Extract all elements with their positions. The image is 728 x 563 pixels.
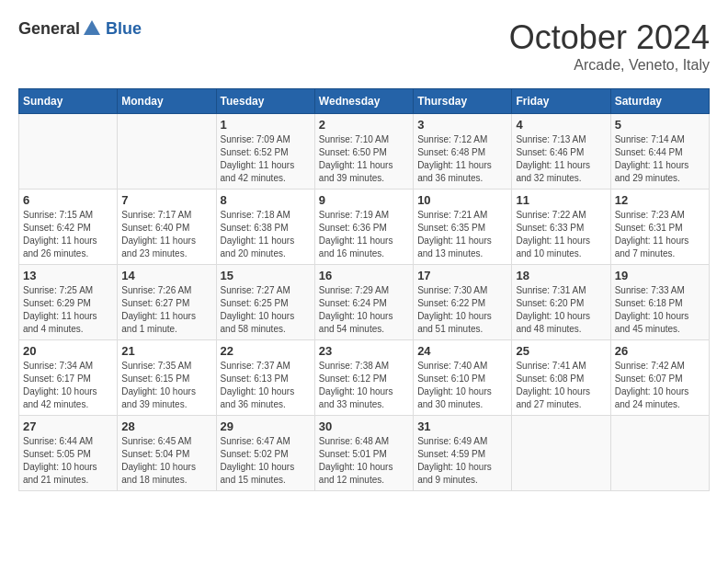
day-info: Sunrise: 6:48 AMSunset: 5:01 PMDaylight:… bbox=[319, 435, 409, 487]
calendar-day-cell: 29Sunrise: 6:47 AMSunset: 5:02 PMDayligh… bbox=[216, 416, 314, 491]
calendar-week-row: 27Sunrise: 6:44 AMSunset: 5:05 PMDayligh… bbox=[19, 416, 710, 491]
day-number: 8 bbox=[221, 193, 311, 207]
day-info: Sunrise: 7:13 AMSunset: 6:46 PMDaylight:… bbox=[516, 133, 606, 185]
day-number: 19 bbox=[615, 269, 705, 282]
day-info: Sunrise: 6:44 AMSunset: 5:05 PMDaylight:… bbox=[23, 435, 113, 487]
day-number: 1 bbox=[221, 118, 311, 132]
day-info: Sunrise: 7:38 AMSunset: 6:12 PMDaylight:… bbox=[319, 360, 409, 411]
day-info: Sunrise: 7:14 AMSunset: 6:44 PMDaylight:… bbox=[615, 133, 705, 185]
day-info: Sunrise: 7:37 AMSunset: 6:13 PMDaylight:… bbox=[221, 360, 311, 411]
day-info: Sunrise: 7:34 AMSunset: 6:17 PMDaylight:… bbox=[23, 360, 113, 411]
calendar-day-cell: 20Sunrise: 7:34 AMSunset: 6:17 PMDayligh… bbox=[19, 340, 118, 416]
day-info: Sunrise: 7:26 AMSunset: 6:27 PMDaylight:… bbox=[121, 284, 211, 336]
calendar-day-cell: 25Sunrise: 7:41 AMSunset: 6:08 PMDayligh… bbox=[512, 340, 610, 416]
calendar-day-cell bbox=[512, 416, 610, 491]
day-number: 18 bbox=[516, 269, 606, 282]
logo: General Blue bbox=[18, 18, 142, 39]
day-of-week-header: Saturday bbox=[610, 89, 709, 114]
day-info: Sunrise: 6:49 AMSunset: 4:59 PMDaylight:… bbox=[417, 435, 507, 487]
day-info: Sunrise: 7:19 AMSunset: 6:36 PMDaylight:… bbox=[319, 209, 409, 260]
calendar-day-cell: 10Sunrise: 7:21 AMSunset: 6:35 PMDayligh… bbox=[414, 190, 512, 265]
calendar-day-cell: 21Sunrise: 7:35 AMSunset: 6:15 PMDayligh… bbox=[118, 340, 216, 416]
day-number: 21 bbox=[121, 344, 211, 358]
day-of-week-header: Sunday bbox=[19, 89, 118, 114]
day-number: 26 bbox=[615, 344, 705, 358]
calendar-day-cell: 3Sunrise: 7:12 AMSunset: 6:48 PMDaylight… bbox=[414, 114, 512, 190]
calendar-day-cell: 12Sunrise: 7:23 AMSunset: 6:31 PMDayligh… bbox=[610, 190, 709, 265]
day-number: 13 bbox=[23, 269, 113, 282]
day-of-week-header: Monday bbox=[118, 89, 216, 114]
day-number: 11 bbox=[516, 193, 606, 207]
calendar-week-row: 1Sunrise: 7:09 AMSunset: 6:52 PMDaylight… bbox=[19, 114, 710, 190]
day-number: 12 bbox=[615, 193, 705, 207]
calendar-header-row: SundayMondayTuesdayWednesdayThursdayFrid… bbox=[19, 89, 710, 114]
day-number: 3 bbox=[417, 118, 507, 132]
day-number: 10 bbox=[417, 193, 507, 207]
day-number: 16 bbox=[319, 269, 409, 282]
day-number: 14 bbox=[121, 269, 211, 282]
calendar-day-cell: 16Sunrise: 7:29 AMSunset: 6:24 PMDayligh… bbox=[314, 265, 413, 340]
calendar-day-cell: 24Sunrise: 7:40 AMSunset: 6:10 PMDayligh… bbox=[414, 340, 512, 416]
day-number: 30 bbox=[319, 419, 409, 433]
calendar-day-cell bbox=[19, 114, 118, 190]
day-of-week-header: Wednesday bbox=[314, 89, 413, 114]
day-number: 15 bbox=[221, 269, 311, 282]
day-number: 5 bbox=[615, 118, 705, 132]
day-info: Sunrise: 6:47 AMSunset: 5:02 PMDaylight:… bbox=[221, 435, 311, 487]
day-info: Sunrise: 7:22 AMSunset: 6:33 PMDaylight:… bbox=[516, 209, 606, 260]
day-number: 23 bbox=[319, 344, 409, 358]
calendar-day-cell: 26Sunrise: 7:42 AMSunset: 6:07 PMDayligh… bbox=[610, 340, 709, 416]
calendar-day-cell bbox=[118, 114, 216, 190]
calendar-week-row: 13Sunrise: 7:25 AMSunset: 6:29 PMDayligh… bbox=[19, 265, 710, 340]
calendar-day-cell: 4Sunrise: 7:13 AMSunset: 6:46 PMDaylight… bbox=[512, 114, 610, 190]
day-info: Sunrise: 6:45 AMSunset: 5:04 PMDaylight:… bbox=[121, 435, 211, 487]
day-number: 28 bbox=[121, 419, 211, 433]
day-number: 29 bbox=[221, 419, 311, 433]
location-title: Arcade, Veneto, Italy bbox=[509, 57, 710, 74]
logo-text-general: General bbox=[18, 19, 80, 39]
month-title: October 2024 bbox=[509, 18, 710, 57]
calendar-day-cell: 8Sunrise: 7:18 AMSunset: 6:38 PMDaylight… bbox=[216, 190, 314, 265]
calendar-day-cell: 22Sunrise: 7:37 AMSunset: 6:13 PMDayligh… bbox=[216, 340, 314, 416]
calendar-day-cell: 7Sunrise: 7:17 AMSunset: 6:40 PMDaylight… bbox=[118, 190, 216, 265]
calendar-day-cell: 14Sunrise: 7:26 AMSunset: 6:27 PMDayligh… bbox=[118, 265, 216, 340]
day-info: Sunrise: 7:30 AMSunset: 6:22 PMDaylight:… bbox=[417, 284, 507, 336]
day-info: Sunrise: 7:40 AMSunset: 6:10 PMDaylight:… bbox=[417, 360, 507, 411]
calendar-day-cell: 2Sunrise: 7:10 AMSunset: 6:50 PMDaylight… bbox=[314, 114, 413, 190]
day-number: 9 bbox=[319, 193, 409, 207]
day-of-week-header: Friday bbox=[512, 89, 610, 114]
calendar-day-cell: 18Sunrise: 7:31 AMSunset: 6:20 PMDayligh… bbox=[512, 265, 610, 340]
day-number: 31 bbox=[417, 419, 507, 433]
calendar-day-cell: 1Sunrise: 7:09 AMSunset: 6:52 PMDaylight… bbox=[216, 114, 314, 190]
day-info: Sunrise: 7:21 AMSunset: 6:35 PMDaylight:… bbox=[417, 209, 507, 260]
logo-graphic: General bbox=[18, 18, 102, 39]
calendar-week-row: 20Sunrise: 7:34 AMSunset: 6:17 PMDayligh… bbox=[19, 340, 710, 416]
day-info: Sunrise: 7:41 AMSunset: 6:08 PMDaylight:… bbox=[516, 360, 606, 411]
day-number: 25 bbox=[516, 344, 606, 358]
calendar-week-row: 6Sunrise: 7:15 AMSunset: 6:42 PMDaylight… bbox=[19, 190, 710, 265]
calendar-day-cell: 9Sunrise: 7:19 AMSunset: 6:36 PMDaylight… bbox=[314, 190, 413, 265]
day-number: 4 bbox=[516, 118, 606, 132]
day-number: 6 bbox=[23, 193, 113, 207]
calendar-day-cell: 15Sunrise: 7:27 AMSunset: 6:25 PMDayligh… bbox=[216, 265, 314, 340]
calendar-day-cell: 23Sunrise: 7:38 AMSunset: 6:12 PMDayligh… bbox=[314, 340, 413, 416]
day-number: 7 bbox=[121, 193, 211, 207]
day-info: Sunrise: 7:25 AMSunset: 6:29 PMDaylight:… bbox=[23, 284, 113, 336]
day-info: Sunrise: 7:27 AMSunset: 6:25 PMDaylight:… bbox=[221, 284, 311, 336]
calendar-day-cell: 19Sunrise: 7:33 AMSunset: 6:18 PMDayligh… bbox=[610, 265, 709, 340]
day-info: Sunrise: 7:12 AMSunset: 6:48 PMDaylight:… bbox=[417, 133, 507, 185]
calendar-day-cell: 30Sunrise: 6:48 AMSunset: 5:01 PMDayligh… bbox=[314, 416, 413, 491]
title-block: October 2024 Arcade, Veneto, Italy bbox=[509, 18, 710, 74]
calendar-day-cell: 11Sunrise: 7:22 AMSunset: 6:33 PMDayligh… bbox=[512, 190, 610, 265]
logo-text-blue: Blue bbox=[106, 19, 142, 39]
page-header: General Blue October 2024 Arcade, Veneto… bbox=[18, 18, 710, 74]
logo-icon bbox=[82, 18, 102, 39]
day-info: Sunrise: 7:31 AMSunset: 6:20 PMDaylight:… bbox=[516, 284, 606, 336]
calendar-day-cell: 27Sunrise: 6:44 AMSunset: 5:05 PMDayligh… bbox=[19, 416, 118, 491]
calendar-day-cell: 6Sunrise: 7:15 AMSunset: 6:42 PMDaylight… bbox=[19, 190, 118, 265]
day-info: Sunrise: 7:42 AMSunset: 6:07 PMDaylight:… bbox=[615, 360, 705, 411]
day-info: Sunrise: 7:15 AMSunset: 6:42 PMDaylight:… bbox=[23, 209, 113, 260]
calendar-day-cell: 28Sunrise: 6:45 AMSunset: 5:04 PMDayligh… bbox=[118, 416, 216, 491]
calendar-day-cell bbox=[610, 416, 709, 491]
day-info: Sunrise: 7:33 AMSunset: 6:18 PMDaylight:… bbox=[615, 284, 705, 336]
